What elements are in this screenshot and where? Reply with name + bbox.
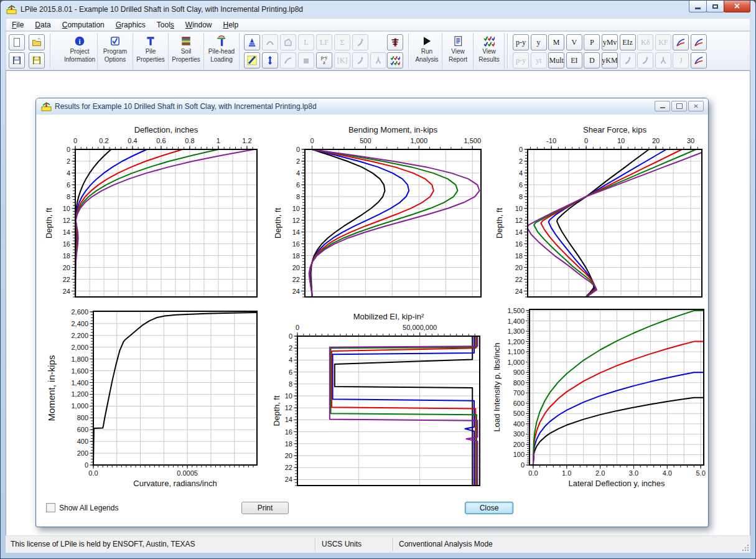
plot-2y-button[interactable] (620, 52, 636, 68)
soil-cone-button[interactable] (244, 34, 260, 50)
shape-disabled-button[interactable] (280, 34, 296, 50)
svg-text:i: i (78, 38, 80, 45)
updown-arrows-button[interactable] (262, 52, 278, 68)
run-analysis-button[interactable]: RunAnalysis (412, 33, 442, 69)
menu-bar: FileDataComputationGraphicsToolsWindowHe… (6, 18, 750, 31)
pile-head-loading-button[interactable]: Pile-headLoading (204, 33, 240, 69)
save-file-button[interactable] (9, 52, 25, 68)
lf-plot-button[interactable]: LF (316, 34, 332, 50)
k-matrix-button[interactable]: [K] (334, 52, 350, 68)
svg-text:20: 20 (285, 452, 292, 459)
view-report-button[interactable]: ViewReport (443, 33, 474, 69)
block-disabled-button[interactable] (298, 52, 314, 68)
show-all-legends-checkbox[interactable] (46, 503, 55, 512)
menu-help[interactable]: Help (218, 19, 245, 31)
plot-p-button[interactable]: P (584, 34, 600, 50)
arrow-disabled-2-button[interactable] (352, 52, 368, 68)
new-file-button[interactable] (9, 34, 25, 50)
view-results-small-button[interactable] (387, 52, 403, 68)
menu-file[interactable]: File (6, 19, 29, 31)
svg-text:14: 14 (292, 228, 300, 236)
plot-j-button[interactable]: J (673, 52, 689, 68)
svg-text:700: 700 (513, 389, 525, 397)
minimize-button[interactable] (689, 1, 707, 12)
menu-computation[interactable]: Computation (57, 19, 110, 31)
arc-icon (265, 37, 275, 47)
plot-y-button[interactable]: y (531, 34, 547, 50)
results-restore-button[interactable] (671, 101, 687, 111)
menu-data[interactable]: Data (29, 19, 56, 31)
l-plot-button[interactable]: L (298, 34, 314, 50)
pile-loads-button[interactable] (387, 34, 403, 50)
soil-properties-button[interactable]: SoilProperties (169, 33, 204, 69)
arrow-disabled-1-button[interactable] (352, 34, 368, 50)
print-button[interactable]: Print (241, 502, 289, 514)
svg-text:1,600: 1,600 (71, 367, 88, 375)
chart-title-moment-curvature: Curvature, radians/inch (133, 479, 217, 488)
plot-py-button[interactable]: p-y (513, 34, 529, 50)
maximize-button[interactable] (706, 1, 724, 12)
plot-multi-curves-button[interactable] (691, 52, 707, 68)
save-as-file-button[interactable] (29, 52, 45, 68)
plot-ei-button[interactable]: EI (566, 52, 582, 68)
results-minimize-button[interactable] (655, 101, 670, 111)
svg-text:0: 0 (85, 461, 88, 469)
fork-disabled-button[interactable] (370, 52, 386, 68)
svg-text:5.0: 5.0 (696, 469, 706, 477)
svg-text:12: 12 (285, 404, 292, 411)
close-button[interactable]: ✕ (724, 1, 750, 12)
svg-text:22: 22 (292, 276, 300, 283)
curve-disabled-button[interactable] (280, 52, 296, 68)
program-options-button[interactable]: ProgramOptions (98, 33, 133, 69)
disk2-icon (32, 55, 42, 65)
menu-tools[interactable]: Tools (151, 19, 180, 31)
menu-graphics[interactable]: Graphics (110, 19, 151, 31)
chart-title-bending-moment: Bending Moment, in-kips (348, 125, 438, 134)
menu-window[interactable]: Window (180, 19, 218, 31)
svg-text:10: 10 (617, 137, 625, 144)
plot-py-2-button[interactable]: p-y (513, 52, 529, 68)
arc-disabled-button[interactable] (262, 34, 278, 50)
plot-ymv-button[interactable]: yMv (602, 34, 618, 50)
svg-text:0.0: 0.0 (528, 469, 538, 477)
plot-mult-button[interactable]: Mult (548, 52, 564, 68)
plot-yt-button[interactable]: yt (531, 52, 547, 68)
svg-text:900: 900 (513, 369, 525, 376)
sum-plot-button[interactable]: Σ (334, 34, 350, 50)
curvecolor-icon (694, 55, 704, 65)
svg-text:1: 1 (217, 137, 220, 144)
plot-kf-button[interactable]: KF (655, 34, 671, 50)
pile-properties-button[interactable]: PileProperties (133, 33, 169, 69)
results-close-action-button[interactable]: Close (465, 502, 513, 514)
plot-ykm-button[interactable]: yKM (602, 52, 618, 68)
svg-text:8: 8 (67, 193, 70, 200)
plot-v-button[interactable]: V (566, 34, 582, 50)
curve-icon (283, 55, 293, 65)
svg-text:16: 16 (292, 240, 300, 248)
svg-text:14: 14 (63, 228, 70, 236)
plot-m-button[interactable]: M (548, 34, 564, 50)
results-window-titlebar: Results for Example 10 Drilled Shaft in … (36, 98, 708, 115)
chart-ytitle-py-curves: Load Intensity p, lbs/inch (492, 342, 502, 431)
open-file-button[interactable] (29, 34, 45, 50)
status-separator (315, 538, 315, 551)
svg-text:0: 0 (67, 146, 70, 153)
svg-text:600: 600 (513, 400, 525, 407)
project-information-button[interactable]: iProjectInformation (62, 33, 98, 69)
resize-grip[interactable] (742, 544, 749, 552)
svg-text:24: 24 (515, 288, 523, 295)
view-results-button[interactable]: ViewResults (474, 33, 505, 69)
plot-2m-button[interactable] (637, 52, 653, 68)
py-z-plot-button[interactable]: p-yz (316, 52, 332, 68)
results-close-button[interactable]: ✕ (688, 101, 704, 111)
svg-text:4: 4 (296, 169, 300, 177)
plot-ycy-button[interactable] (673, 34, 689, 50)
report-icon (452, 35, 464, 47)
plot-section-button[interactable]: D (584, 52, 600, 68)
plot-arrow-button[interactable] (655, 52, 671, 68)
plot-eiz-button[interactable]: EIz (620, 34, 636, 50)
brush-graphics-button[interactable] (244, 52, 260, 68)
plot-mlv-button[interactable] (691, 34, 707, 50)
plot-k-delta-button[interactable]: Kδ (637, 34, 653, 50)
svg-text:1,100: 1,100 (507, 348, 525, 355)
